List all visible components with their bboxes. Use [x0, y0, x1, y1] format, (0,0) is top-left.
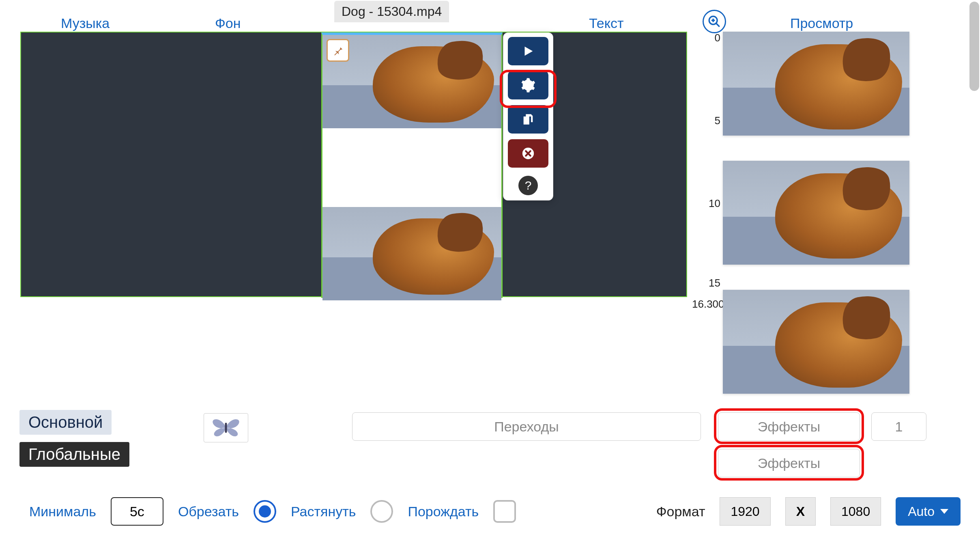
pin-icon — [332, 44, 344, 56]
preview-column — [723, 32, 909, 419]
format-separator: X — [785, 497, 816, 526]
vertical-scrollbar[interactable] — [969, 2, 979, 91]
butterfly-icon — [211, 416, 241, 439]
mode-spawn-label: Порождать — [408, 504, 479, 520]
tab-global[interactable]: Глобальные — [19, 442, 129, 467]
transition-preset-button[interactable] — [204, 413, 248, 442]
timeline-track[interactable] — [20, 32, 687, 297]
format-width-input[interactable]: 1920 — [720, 497, 770, 526]
time-ruler: 0 5 10 15 16.300 — [690, 32, 720, 308]
format-height-input[interactable]: 1080 — [830, 497, 881, 526]
min-duration-input[interactable]: 5с — [111, 497, 163, 526]
mode-crop-radio[interactable] — [254, 500, 276, 523]
mode-crop-label: Обрезать — [178, 504, 239, 520]
clip-thumbnail-top — [322, 35, 501, 128]
effects-input-2[interactable]: Эффекты — [718, 449, 860, 477]
format-label: Формат — [656, 504, 705, 520]
selected-clip[interactable] — [321, 32, 503, 298]
svg-rect-5 — [225, 423, 227, 433]
clip-help-button[interactable]: ? — [518, 176, 538, 195]
preview-thumb[interactable] — [723, 290, 909, 394]
tab-preview[interactable]: Просмотр — [790, 15, 853, 31]
delete-clip-button[interactable] — [508, 139, 548, 168]
ruler-tick: 15 — [692, 277, 720, 289]
play-icon — [521, 44, 535, 58]
lower-panel: Основной Глобальные Переходы Эффекты Эфф… — [19, 410, 961, 467]
tab-main[interactable]: Основной — [19, 410, 112, 435]
svg-line-1 — [716, 23, 720, 27]
tab-text[interactable]: Текст — [589, 15, 624, 31]
effects-count[interactable]: 1 — [871, 412, 926, 441]
delete-icon — [521, 147, 535, 160]
ruler-tick: 0 — [692, 32, 720, 44]
tab-music[interactable]: Музыка — [61, 15, 110, 31]
ruler-tick: 5 — [692, 114, 720, 127]
clip-filename-chip[interactable]: Dog - 15304.mp4 — [334, 1, 449, 22]
preview-thumb[interactable] — [723, 32, 909, 136]
duplicate-clip-button[interactable] — [508, 105, 548, 134]
pin-clip-button[interactable] — [327, 39, 349, 62]
tab-background[interactable]: Фон — [215, 15, 241, 31]
effects-input-1[interactable]: Эффекты — [718, 412, 860, 441]
transitions-input[interactable]: Переходы — [352, 412, 701, 441]
format-auto-label: Auto — [908, 504, 935, 519]
gear-icon — [520, 78, 536, 93]
clip-thumbnail-bottom — [322, 207, 501, 300]
mode-stretch-radio[interactable] — [370, 500, 393, 523]
clip-settings-button[interactable] — [508, 71, 548, 99]
bottom-bar: Минималь 5с Обрезать Растянуть Порождать… — [29, 495, 961, 528]
caret-down-icon — [940, 509, 948, 514]
mode-spawn-checkbox[interactable] — [493, 500, 516, 523]
copy-icon — [521, 112, 535, 126]
ruler-tick: 10 — [692, 197, 720, 210]
preview-thumb[interactable] — [723, 161, 909, 265]
min-duration-label: Минималь — [29, 504, 96, 520]
play-clip-button[interactable] — [508, 37, 548, 65]
zoom-in-button[interactable] — [703, 10, 726, 33]
ruler-tick-end: 16.300 — [692, 298, 720, 310]
mode-stretch-label: Растянуть — [291, 504, 356, 520]
help-icon: ? — [525, 179, 532, 192]
clip-actions-panel: ? — [503, 32, 553, 201]
zoom-in-icon — [707, 15, 721, 28]
format-auto-dropdown[interactable]: Auto — [896, 497, 961, 526]
